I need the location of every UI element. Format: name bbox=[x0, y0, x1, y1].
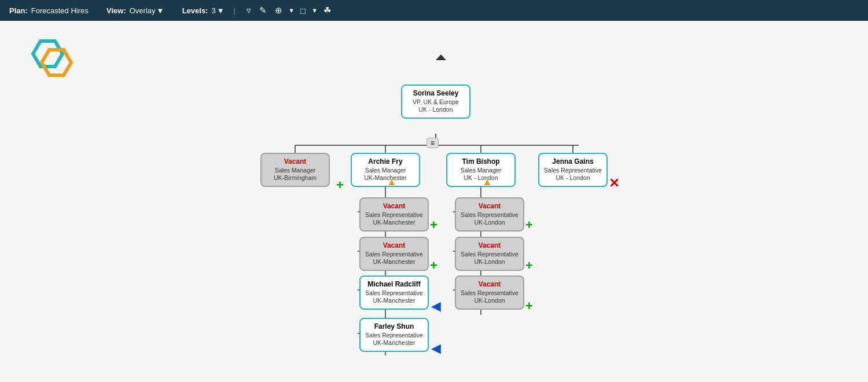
move-farley[interactable]: ◀ bbox=[431, 341, 441, 356]
plan-label: Plan: bbox=[9, 6, 28, 15]
view-dropdown[interactable]: Overlay ▼ bbox=[130, 6, 164, 15]
svg-marker-2 bbox=[436, 54, 446, 60]
node-vacant-sm-birmingham[interactable]: Vacant Sales Manager UK-Birmingham bbox=[260, 153, 330, 187]
node-sorina[interactable]: Sorina Seeley VP, UK & Europe UK - Londo… bbox=[401, 85, 470, 119]
toolbar-sep-3: | bbox=[231, 6, 238, 15]
eye-icon[interactable]: ☘ bbox=[323, 5, 331, 16]
node-vacant-l2[interactable]: Vacant Sales Representative UK-London bbox=[455, 237, 524, 271]
node-jenna[interactable]: Jenna Gains Sales Representative UK - Lo… bbox=[538, 153, 608, 187]
node-vacant-l3[interactable]: Vacant Sales Representative UK-London bbox=[455, 276, 524, 310]
node-vacant-l1[interactable]: Vacant Sales Representative UK-London bbox=[455, 197, 524, 232]
filter-icon[interactable]: ▿ bbox=[247, 5, 251, 16]
view-label: View: bbox=[106, 6, 126, 15]
warning-tim[interactable]: ▲ bbox=[482, 176, 492, 188]
node-vacant-m2[interactable]: Vacant Sales Representative UK-Mancheste… bbox=[359, 237, 429, 271]
connectors bbox=[0, 21, 868, 382]
add-vacant-l2[interactable]: + bbox=[525, 258, 533, 273]
add-vacant-m1[interactable]: + bbox=[430, 218, 437, 233]
add-vacant-l3[interactable]: + bbox=[525, 299, 533, 314]
move-michael[interactable]: ◀ bbox=[431, 299, 441, 314]
toolbar: Plan: Forecasted Hires View: Overlay ▼ L… bbox=[0, 0, 868, 21]
zoom-icon[interactable]: ⊕ bbox=[275, 5, 282, 16]
add-vacant-l1[interactable]: + bbox=[525, 218, 533, 233]
toolbar-sep-2 bbox=[171, 6, 175, 15]
remove-jenna[interactable]: ✕ bbox=[609, 176, 619, 191]
levels-label: Levels: bbox=[182, 6, 208, 15]
levels-dropdown[interactable]: 3 ▼ bbox=[211, 6, 224, 15]
edit-icon[interactable]: ✎ bbox=[259, 5, 267, 16]
node-farley[interactable]: Farley Shun Sales Representative UK-Manc… bbox=[359, 318, 429, 352]
warning-archie[interactable]: ▲ bbox=[387, 176, 397, 188]
toolbar-sep-1 bbox=[95, 6, 100, 15]
node-michael[interactable]: Michael Radcliff Sales Representative UK… bbox=[359, 276, 429, 310]
node-vacant-m1[interactable]: Vacant Sales Representative UK-Mancheste… bbox=[359, 197, 429, 232]
add-vacant-m2[interactable]: + bbox=[430, 258, 437, 273]
plan-value: Forecasted Hires bbox=[31, 6, 89, 15]
add-under-archie[interactable]: + bbox=[336, 178, 344, 193]
collapse-button[interactable]: ≡ bbox=[426, 138, 439, 148]
node-tim[interactable]: Tim Bishop Sales Manager UK - London bbox=[446, 153, 516, 187]
page-icon[interactable]: □ bbox=[300, 6, 306, 16]
node-archie[interactable]: Archie Fry Sales Manager UK-Manchester bbox=[351, 153, 420, 187]
logo bbox=[23, 38, 75, 85]
main-canvas: Sorina Seeley VP, UK & Europe UK - Londo… bbox=[0, 21, 868, 382]
